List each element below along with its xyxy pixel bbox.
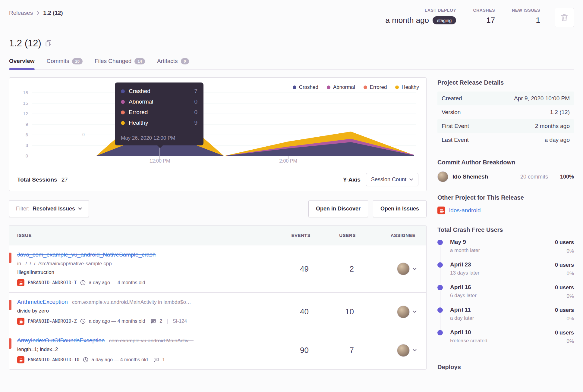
issue-events-count: 49 bbox=[274, 264, 319, 274]
tab-commits[interactable]: Commits 20 bbox=[47, 58, 83, 69]
issue-age: a day ago — 4 months old bbox=[89, 280, 145, 285]
clock-icon bbox=[80, 280, 86, 285]
crash-free-users-section: Total Crash Free Users May 9 a month lat… bbox=[437, 226, 574, 352]
project-slug[interactable]: PARANOID-ANDROID-Z bbox=[28, 319, 77, 324]
author-percent: 100% bbox=[560, 174, 574, 180]
commit-author-breakdown-section: Commit Author Breakdown Ido Shemesh 20 c… bbox=[437, 159, 574, 182]
assignee-chevron-down-icon[interactable] bbox=[413, 310, 417, 313]
tab-overview-label: Overview bbox=[9, 58, 35, 64]
filter-label: Filter: bbox=[16, 206, 30, 212]
chevron-down-icon bbox=[409, 178, 413, 181]
tooltip-healthy-dot-icon bbox=[121, 121, 125, 125]
detail-label: First Event bbox=[442, 123, 469, 129]
detail-row-version: Version 1.2 (12) bbox=[437, 105, 574, 119]
assignee-chevron-down-icon[interactable] bbox=[413, 349, 417, 352]
tab-artifacts[interactable]: Artifacts 0 bbox=[157, 58, 189, 69]
detail-row-last-event: Last Event a day ago bbox=[437, 133, 574, 147]
col-users: USERS bbox=[319, 233, 364, 238]
issue-row-arithmetic-exception: ArithmeticException com.example.vu.andro… bbox=[9, 292, 426, 331]
assignee-avatar[interactable] bbox=[397, 263, 410, 275]
unhandled-marker bbox=[9, 253, 11, 263]
tab-commits-badge: 20 bbox=[72, 58, 82, 64]
issue-link[interactable]: Java_com_example_vu_android_NativeSample… bbox=[17, 251, 156, 258]
detail-label: Last Event bbox=[442, 137, 469, 143]
clock-icon bbox=[80, 319, 86, 324]
tab-commits-label: Commits bbox=[47, 58, 69, 64]
y-tick-12: 12 bbox=[15, 111, 28, 116]
timeline-dot-icon bbox=[437, 262, 443, 268]
faded-zero-label: 0 bbox=[77, 128, 90, 140]
unhandled-marker bbox=[9, 338, 11, 349]
tab-overview[interactable]: Overview bbox=[9, 58, 35, 69]
issue-link[interactable]: ArrayIndexOutOfBoundsException bbox=[17, 337, 105, 344]
breadcrumb-current: 1.2 (12) bbox=[43, 10, 63, 16]
trash-icon bbox=[560, 13, 568, 22]
y-axis-selected-value: Session Count bbox=[371, 176, 406, 183]
issue-users-count: 2 bbox=[319, 264, 364, 274]
crash-free-percent: 0% bbox=[555, 338, 574, 344]
tab-artifacts-label: Artifacts bbox=[157, 58, 178, 64]
tab-files-changed-badge: 14 bbox=[134, 58, 145, 64]
issues-filter-dropdown[interactable]: Filter: Resolved Issues bbox=[9, 200, 89, 217]
y-tick-3: 3 bbox=[15, 143, 28, 148]
legend-errored[interactable]: Errored bbox=[364, 84, 387, 90]
tab-files-changed-label: Files Changed bbox=[95, 58, 132, 64]
timeline-dot-icon bbox=[437, 285, 443, 290]
tooltip-crashed-label: Crashed bbox=[129, 88, 150, 95]
project-slug[interactable]: PARANOID-ANDROID-10 bbox=[28, 357, 80, 362]
java-platform-icon bbox=[17, 279, 24, 286]
legend-healthy[interactable]: Healthy bbox=[395, 84, 419, 90]
issue-users-count: 7 bbox=[319, 346, 364, 355]
tab-files-changed[interactable]: Files Changed 14 bbox=[95, 58, 145, 69]
comments-count: 1 bbox=[162, 357, 165, 362]
legend-abnormal[interactable]: Abnormal bbox=[327, 84, 355, 90]
open-in-issues-button[interactable]: Open in Issues bbox=[373, 200, 427, 217]
issue-link[interactable]: ArithmeticException bbox=[17, 299, 68, 305]
open-in-discover-button[interactable]: Open in Discover bbox=[308, 200, 368, 217]
crash-free-users: 0 users bbox=[555, 262, 574, 268]
crashes-value: 17 bbox=[473, 16, 495, 25]
assignee-avatar[interactable] bbox=[397, 344, 410, 357]
issue-age: a day ago — 4 months old bbox=[89, 319, 145, 324]
crash-free-item-april-16: April 16 6 days later 0 users 0% bbox=[437, 284, 574, 306]
chevron-down-icon bbox=[78, 207, 82, 210]
author-avatar bbox=[437, 171, 448, 182]
breadcrumb-releases-link[interactable]: Releases bbox=[9, 10, 33, 16]
y-tick-0: 0 bbox=[15, 153, 28, 158]
metric-crashes: CRASHES 17 bbox=[473, 8, 495, 25]
legend-crashed[interactable]: Crashed bbox=[293, 84, 318, 90]
detail-value: a day ago bbox=[545, 137, 570, 143]
col-assignee: ASSIGNEE bbox=[364, 233, 418, 238]
java-platform-icon bbox=[17, 318, 24, 325]
crash-free-item-april-10: April 10 Release created 0 users 0% bbox=[437, 329, 574, 352]
legend-abnormal-label: Abnormal bbox=[333, 84, 355, 90]
y-tick-18: 18 bbox=[15, 90, 28, 95]
chart-canvas bbox=[9, 78, 426, 168]
issue-message: divide by zero bbox=[17, 308, 274, 314]
author-row: Ido Shemesh 20 commits 100% bbox=[437, 171, 574, 182]
tooltip-date: May 26, 2020 12:00 PM bbox=[121, 131, 197, 141]
timeline-dot-icon bbox=[437, 307, 443, 313]
sessions-chart[interactable]: 18 15 12 9 6 3 0 12:00 PM 2:00 PM 0 bbox=[9, 78, 426, 168]
timeline-dot-icon bbox=[437, 330, 443, 335]
section-title: Other Project for This Release bbox=[437, 194, 574, 201]
assignee-chevron-down-icon[interactable] bbox=[413, 268, 417, 270]
detail-row-created: Created Apr 9, 2020 10:00 PM bbox=[437, 92, 574, 105]
y-axis-select[interactable]: Session Count bbox=[366, 173, 418, 186]
unhandled-marker bbox=[9, 300, 11, 310]
comments-icon bbox=[151, 319, 156, 324]
issue-row-array-index-out-of-bounds: ArrayIndexOutOfBoundsException com.examp… bbox=[9, 331, 426, 369]
issues-table: ISSUE EVENTS USERS ASSIGNEE Java_com_exa… bbox=[9, 225, 427, 370]
other-project-link[interactable]: idos-android bbox=[449, 207, 481, 214]
delete-release-button[interactable] bbox=[555, 8, 574, 27]
crash-free-item-april-23: April 23 13 days later 0 users 0% bbox=[437, 261, 574, 284]
assignee-avatar[interactable] bbox=[397, 306, 410, 318]
crash-free-users: 0 users bbox=[555, 239, 574, 246]
y-tick-6: 6 bbox=[15, 132, 28, 137]
tooltip-healthy-value: 9 bbox=[194, 120, 197, 126]
tooltip-crashed-value: 7 bbox=[194, 88, 197, 95]
project-slug[interactable]: PARANOID-ANDROID-T bbox=[28, 280, 77, 285]
legend-crashed-dot-icon bbox=[293, 86, 296, 89]
author-name: Ido Shemesh bbox=[452, 173, 516, 180]
copy-version-button[interactable] bbox=[46, 40, 52, 47]
